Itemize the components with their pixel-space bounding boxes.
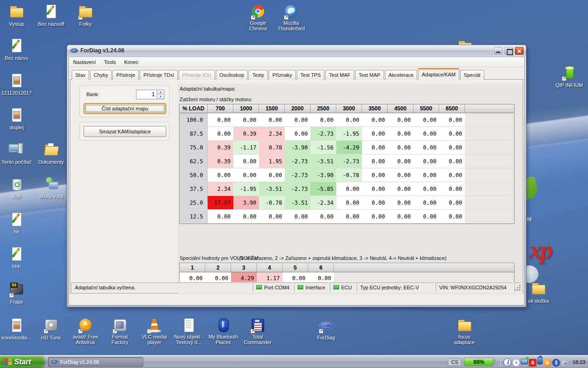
hide-icons-chevron-icon[interactable] — [512, 359, 520, 367]
computer-icon — [9, 142, 24, 157]
tab-adaptace-kam[interactable]: Adaptace/KAM — [418, 68, 459, 80]
bank-input[interactable] — [136, 90, 157, 99]
desktop-icon-dokumenty[interactable]: Dokumenty — [34, 142, 68, 166]
desktop-icon-hhh[interactable]: hhh — [0, 246, 33, 270]
map-row-25-0: 25.017.573.90-0.78-3.51-2.340.000.000.00… — [180, 196, 514, 210]
window-titlebar[interactable]: ForDiag v1.24.08 — [67, 45, 526, 56]
desktop-icon-nový-objekt-textový-d[interactable]: Nový objekt - Textový d... — [172, 317, 205, 346]
menu-item-konec[interactable]: Konec — [120, 58, 142, 66]
map-cell: 0.00 — [439, 210, 465, 223]
start-button[interactable]: Start — [0, 356, 45, 368]
tab-testy[interactable]: Testy — [249, 70, 268, 80]
taskbar-clock[interactable]: 18:23 — [572, 359, 585, 365]
battery-icon[interactable] — [537, 357, 543, 364]
desktop-icon-my-bluetooth-places[interactable]: My Bluetooth Places — [207, 317, 240, 346]
desktop-icon-bez-názvuff[interactable]: Bez názvuff — [34, 4, 68, 28]
bluetooth-icon[interactable] — [552, 359, 560, 367]
desktop-icon-tento-počítač[interactable]: Tento počítač — [0, 142, 33, 166]
map-cell: 0.00 — [439, 196, 465, 209]
floppy-icon — [250, 317, 266, 333]
desktop-icon-místa-v-síti[interactable]: Místa v síti — [35, 176, 68, 200]
desktop-icon-vystup[interactable]: Vystup — [0, 4, 33, 28]
tab-test-maf[interactable]: Test MAF — [325, 70, 354, 80]
desktop-icon-hh[interactable]: hh — [0, 212, 33, 236]
desktop-icon-google-chrome[interactable]: Google Chrome — [242, 4, 275, 32]
spin-up-icon[interactable]: ▲ — [157, 90, 164, 95]
map-row-load-label: 75.0 — [180, 141, 208, 154]
volume-icon[interactable] — [561, 359, 569, 367]
clear-kam-button[interactable]: Smazat KAM/adaptace — [84, 126, 166, 137]
tab-přístroje[interactable]: Přístroje — [113, 70, 139, 80]
network-icon[interactable] — [521, 359, 528, 364]
close-button[interactable] — [514, 46, 524, 55]
green-led-icon — [256, 285, 262, 289]
window-title: ForDiag v1.24.08 — [80, 47, 492, 54]
desktop-icon-bez-názvu[interactable]: Bez názvu — [0, 38, 33, 62]
map-col-header-4500: 4500 — [388, 104, 413, 113]
map-cell: -1.56 — [311, 141, 336, 154]
tray-divider — [500, 357, 501, 367]
desktop-icon-total-commander[interactable]: Total Commander — [241, 317, 274, 346]
desktop-icon-label: vá složka — [528, 298, 549, 304]
indicator-label: Port COM4 — [264, 285, 289, 290]
resize-grip[interactable] — [514, 282, 522, 292]
tab-osciloskop[interactable]: Osciloskop — [216, 70, 248, 80]
bank-spin-buttons: ▲ ▼ — [157, 90, 164, 99]
desktop-icon-avast-free-antivirus[interactable]: avast! Free Antivirus — [69, 317, 102, 346]
map-cell: -2.73 — [285, 168, 311, 182]
tab-přístroje-tdxl[interactable]: Přístroje TDxl — [140, 70, 177, 80]
desktop-icon-hd-tune[interactable]: HD Tune — [34, 317, 68, 341]
map-cell: 0.00 — [439, 113, 465, 126]
avast-icon[interactable] — [543, 359, 551, 367]
info-icon[interactable] — [503, 358, 511, 366]
desktop-icon-label: Dokumenty — [38, 159, 64, 165]
menu-item-tools[interactable]: Tools — [100, 58, 120, 66]
map-row-12-5: 12.50.000.000.000.000.000.000.000.000.00… — [180, 210, 514, 224]
battery-meter[interactable]: 88% — [464, 358, 493, 366]
taskbar-task-fordiag[interactable]: ForDiag v1.24.08 — [48, 357, 143, 367]
tab-speciál[interactable]: Speciál — [460, 70, 484, 80]
menu-item-nastavení[interactable]: Nastavení — [69, 58, 100, 66]
spin-down-icon[interactable]: ▼ — [157, 95, 164, 99]
pdf-icon[interactable] — [529, 359, 537, 367]
tab-chyby[interactable]: Chyby — [90, 70, 112, 80]
fordiag-task-icon — [51, 360, 58, 364]
map-cell: 0.00 — [388, 155, 413, 168]
desktop-icon-label: VLC media player — [138, 334, 171, 345]
tab-test-tps[interactable]: Test TPS — [297, 70, 324, 80]
map-cell: 0.00 — [362, 196, 388, 209]
desktop-icon-vá-složka[interactable]: vá složka — [522, 281, 555, 305]
tab-příznaky[interactable]: Příznaky — [269, 70, 296, 80]
desktop-icon-qip-infium[interactable]: QIP INFIUM — [553, 65, 586, 89]
desktop-icon-vlc-media-player[interactable]: VLC media player — [138, 317, 171, 346]
map-cell: 0.00 — [259, 168, 285, 182]
folder-icon — [9, 4, 24, 19]
map-cell: 0.78 — [259, 141, 285, 154]
tab-akcelerace[interactable]: Akcelerace — [385, 70, 417, 80]
desktop-icon-fordiag[interactable]: ForDiag — [310, 317, 343, 341]
idle-header-row: 123456 — [180, 263, 514, 272]
desktop-icon-displej[interactable]: displej — [0, 107, 33, 131]
map-row-100-0: 100.00.000.000.000.000.000.000.000.000.0… — [180, 113, 514, 127]
desktop-icon-label: Fotky — [79, 21, 92, 27]
desktop-icon-fotky[interactable]: Fotky — [69, 4, 102, 28]
maximize-button[interactable] — [504, 46, 514, 55]
read-adaptation-map-button[interactable]: Číst adaptační mapu — [84, 103, 166, 114]
tab-stav[interactable]: Stav — [72, 70, 89, 80]
language-indicator[interactable]: CS — [448, 358, 461, 366]
minimize-button[interactable] — [493, 46, 503, 55]
desktop-icon-12112012017[interactable]: 12112012017 — [0, 73, 33, 97]
desktop-icon-format-factory[interactable]: Format Factory — [103, 317, 136, 346]
vlc-icon — [147, 317, 162, 333]
map-col-header-2000: 2000 — [285, 104, 311, 113]
desktop-icon-koš[interactable]: Koš — [0, 176, 33, 200]
map-cell: 0.00 — [413, 141, 439, 154]
fordiag-window: ForDiag v1.24.08 NastaveníToolsKonec Sta… — [67, 45, 526, 307]
desktop-icon-fraps[interactable]: Fraps — [0, 282, 33, 305]
map-row-filler — [465, 168, 514, 182]
desktop-icon-mozilla-thunderbird[interactable]: Mozilla Thunderbird — [275, 4, 308, 32]
tab-test-map[interactable]: Test MAP — [355, 70, 384, 80]
desktop-icon-konektordis[interactable]: konektordis... — [0, 317, 33, 341]
map-corner-header: % LOAD — [180, 104, 208, 113]
desktop-icon-focus-adaptace[interactable]: focus adaptace — [448, 317, 481, 346]
